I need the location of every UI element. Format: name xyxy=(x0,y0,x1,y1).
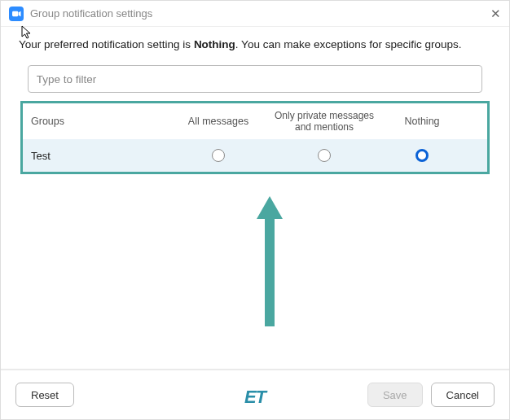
intro-prefix: Your preferred notification setting is xyxy=(19,38,194,50)
col-groups: Groups xyxy=(23,116,169,127)
group-name: Test xyxy=(23,150,169,162)
reset-button[interactable]: Reset xyxy=(15,383,74,407)
table-row: Test xyxy=(23,139,487,172)
intro-suffix: . You can make exceptions for specific g… xyxy=(235,38,462,50)
radio-private-mentions[interactable] xyxy=(318,149,331,162)
close-button[interactable]: ✕ xyxy=(490,7,501,21)
svg-rect-0 xyxy=(12,11,18,15)
radio-all-messages[interactable] xyxy=(212,149,225,162)
intro-text: Your preferred notification setting is N… xyxy=(1,27,509,50)
intro-bold: Nothing xyxy=(194,38,235,50)
footer-bar: Reset Save Cancel xyxy=(1,369,509,419)
filter-input[interactable] xyxy=(28,65,483,93)
col-private-mentions: Only private messages and mentions xyxy=(267,110,381,133)
window-title: Group notification settings xyxy=(30,7,152,20)
col-nothing: Nothing xyxy=(381,116,463,127)
col-all: All messages xyxy=(169,116,267,127)
radio-nothing[interactable] xyxy=(415,149,429,162)
svg-marker-1 xyxy=(257,196,283,326)
settings-panel: Groups All messages Only private message… xyxy=(15,65,495,174)
app-icon xyxy=(9,7,24,21)
cancel-button[interactable]: Cancel xyxy=(431,383,495,407)
annotation-arrow-icon xyxy=(253,196,286,335)
titlebar: Group notification settings ✕ xyxy=(1,1,509,27)
table-header: Groups All messages Only private message… xyxy=(23,103,487,139)
save-button: Save xyxy=(367,383,423,407)
groups-table: Groups All messages Only private message… xyxy=(20,101,490,174)
